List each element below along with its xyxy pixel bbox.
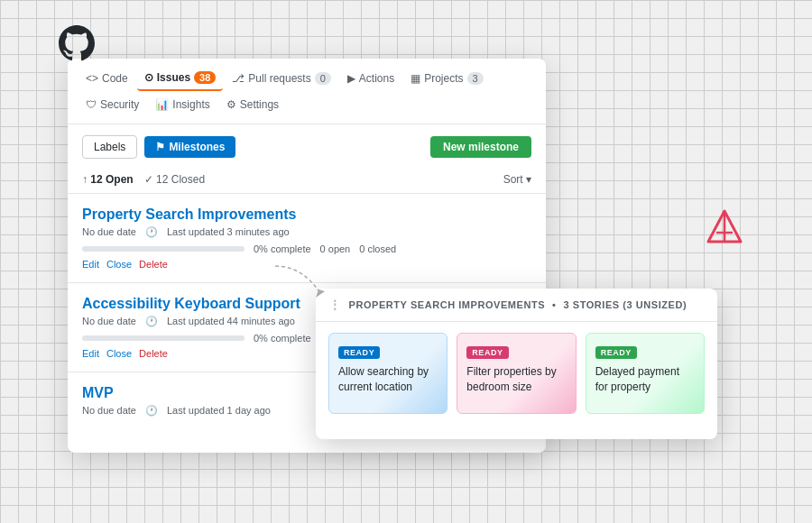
nav-pull-requests[interactable]: ⎇ Pull requests 0 — [225, 67, 338, 90]
github-nav: <> Code ⊙ Issues 38 ⎇ Pull requests 0 ▶ … — [68, 59, 546, 124]
open-count-label: 12 Open — [90, 173, 133, 186]
clock-icon-3: 🕐 — [145, 405, 158, 417]
milestone-1-open: 0 open — [320, 243, 351, 254]
kanban-card-1: READY Allow searching by current locatio… — [328, 333, 448, 414]
clock-icon-1: 🕐 — [145, 226, 158, 238]
milestone-1-close[interactable]: Close — [106, 259, 132, 270]
kanban-header-separator: • — [552, 299, 556, 310]
nav-code[interactable]: <> Code — [78, 67, 135, 90]
nav-issues-label: Issues — [157, 71, 190, 84]
milestone-1-progress-row: 0% complete 0 open 0 closed — [82, 243, 531, 254]
kanban-card-3-title: Delayed payment for property — [595, 364, 695, 395]
nav-projects[interactable]: ▦ Projects 3 — [403, 67, 490, 90]
milestone-1-pct: 0% complete — [254, 243, 311, 254]
github-logo — [59, 25, 95, 61]
nav-code-label: Code — [102, 72, 128, 85]
kanban-header: ⋮ PROPERTY SEARCH IMPROVEMENTS • 3 STORI… — [316, 289, 717, 322]
milestone-2-pct: 0% complete — [254, 333, 311, 344]
sort-button[interactable]: Sort ▾ — [503, 173, 531, 186]
nav-pr-label: Pull requests — [248, 72, 310, 85]
labels-button[interactable]: Labels — [82, 135, 137, 159]
connecting-arrow — [266, 257, 338, 302]
nav-settings[interactable]: ⚙ Settings — [219, 93, 286, 116]
milestone-2-due: No due date — [82, 316, 136, 327]
closed-count-label: 12 Closed — [156, 173, 205, 186]
milestone-1-title[interactable]: Property Search Improvements — [82, 206, 531, 223]
milestone-1-delete[interactable]: Delete — [139, 259, 168, 270]
nav-issues[interactable]: ⊙ Issues 38 — [137, 66, 224, 91]
code-icon: <> — [86, 72, 98, 85]
clock-icon-2: 🕐 — [145, 316, 158, 327]
kanban-header-stories: 3 STORIES (3 UNSIZED) — [563, 299, 687, 310]
project-icon: ▦ — [411, 72, 420, 85]
milestone-3-due: No due date — [82, 405, 136, 417]
pr-badge: 0 — [315, 72, 331, 85]
milestone-1-due: No due date — [82, 226, 136, 238]
milestone-2-close[interactable]: Close — [106, 348, 132, 359]
kanban-window: ⋮ PROPERTY SEARCH IMPROVEMENTS • 3 STORI… — [316, 289, 717, 439]
sort-label: Sort — [503, 173, 523, 186]
issues-badge: 38 — [194, 71, 216, 84]
check-icon: ✓ — [144, 173, 153, 186]
kanban-card-1-title: Allow searching by current location — [338, 364, 438, 395]
insights-icon: 📊 — [155, 98, 169, 111]
milestone-1-updated: Last updated 3 minutes ago — [167, 226, 290, 238]
milestone-2-delete[interactable]: Delete — [139, 348, 168, 359]
pr-icon: ⎇ — [232, 72, 245, 85]
milestone-1-meta: No due date 🕐 Last updated 3 minutes ago — [82, 226, 531, 238]
nav-security[interactable]: 🛡 Security — [78, 93, 146, 116]
nav-security-label: Security — [100, 98, 139, 111]
linear-logo — [705, 207, 744, 251]
kanban-card-2: READY Filter properties by bedroom size — [457, 333, 576, 414]
nav-projects-label: Projects — [424, 72, 463, 85]
security-icon: 🛡 — [86, 98, 97, 111]
svg-marker-0 — [316, 289, 325, 298]
milestone-3-updated: Last updated 1 day ago — [167, 405, 271, 417]
kanban-card-3-badge: READY — [595, 346, 637, 359]
arrow-up-icon: ↑ — [82, 173, 88, 186]
nav-insights-label: Insights — [172, 98, 209, 111]
nav-insights[interactable]: 📊 Insights — [148, 93, 217, 116]
toolbar: Labels ⚑ Milestones New milestone — [68, 124, 546, 170]
nav-actions-label: Actions — [359, 72, 394, 85]
nav-actions[interactable]: ▶ Actions — [340, 67, 401, 90]
kanban-cards-container: READY Allow searching by current locatio… — [316, 322, 717, 425]
milestone-1-edit[interactable]: Edit — [82, 259, 99, 270]
closed-count: ✓ 12 Closed — [144, 173, 205, 186]
settings-icon: ⚙ — [226, 98, 236, 111]
milestone-2-updated: Last updated 44 minutes ago — [167, 316, 295, 327]
kanban-card-2-badge: READY — [466, 346, 508, 359]
milestone-1-closed: 0 closed — [359, 243, 396, 254]
issue-icon: ⊙ — [144, 71, 153, 84]
milestone-icon: ⚑ — [155, 141, 165, 153]
kanban-card-3: READY Delayed payment for property — [586, 333, 705, 414]
kanban-header-title: PROPERTY SEARCH IMPROVEMENTS — [349, 299, 546, 310]
projects-badge: 3 — [467, 72, 484, 85]
milestone-2-edit[interactable]: Edit — [82, 348, 99, 359]
milestones-button[interactable]: ⚑ Milestones — [144, 136, 235, 158]
new-milestone-button[interactable]: New milestone — [430, 136, 531, 158]
milestones-label: Milestones — [169, 141, 225, 153]
kanban-card-1-badge: READY — [338, 346, 380, 359]
kanban-card-2-title: Filter properties by bedroom size — [466, 364, 566, 395]
open-count: ↑ 12 Open — [82, 173, 134, 186]
milestone-2-progress-bar — [82, 335, 245, 341]
action-icon: ▶ — [347, 72, 355, 85]
open-closed-bar: ↑ 12 Open ✓ 12 Closed Sort ▾ — [68, 170, 546, 193]
chevron-down-icon: ▾ — [526, 173, 531, 186]
nav-settings-label: Settings — [240, 98, 279, 111]
milestone-1-progress-bar — [82, 246, 245, 252]
